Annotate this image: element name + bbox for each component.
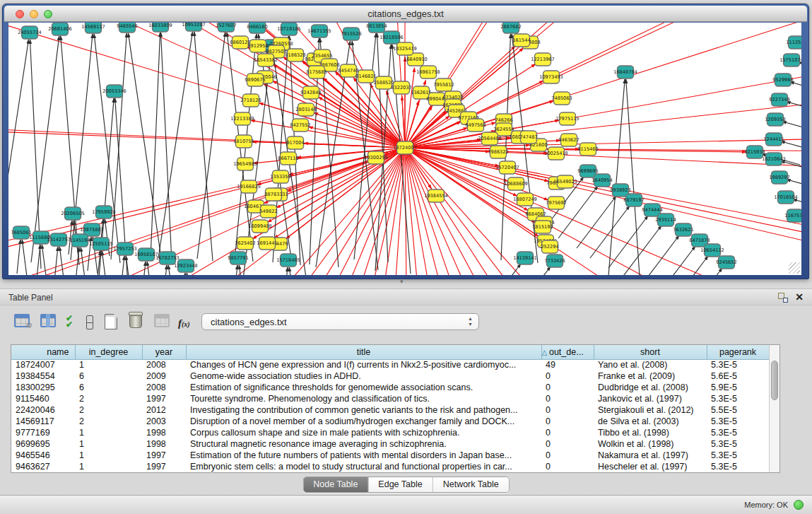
graph-node[interactable]: 1112544 bbox=[786, 36, 801, 49]
graph-node[interactable]: 1691441 bbox=[257, 237, 277, 250]
graph-node[interactable]: 10025418 bbox=[544, 147, 568, 160]
graph-node[interactable]: 1209358 bbox=[765, 113, 785, 126]
window-titlebar[interactable]: citations_edges.txt bbox=[4, 6, 807, 22]
graph-node[interactable]: 12505115 bbox=[89, 238, 113, 250]
graph-node[interactable]: 10973493 bbox=[539, 71, 563, 83]
scrollbar-thumb[interactable] bbox=[771, 361, 778, 400]
table-cell[interactable]: de Silva et al. (2003) bbox=[594, 416, 707, 427]
table-cell[interactable]: 9699695 bbox=[11, 438, 75, 450]
graph-node[interactable]: 12213389 bbox=[230, 112, 254, 125]
graph-node[interactable]: 14569117 bbox=[81, 23, 105, 33]
table-cell[interactable]: Investigating the contribution of common… bbox=[186, 404, 541, 416]
table-cell[interactable]: 5.5E-5 bbox=[707, 404, 769, 416]
table-cell[interactable]: Embryonic stem cells: a model to study s… bbox=[186, 461, 541, 472]
graph-node[interactable]: 2803144 bbox=[295, 103, 316, 116]
table-row[interactable]: 2242004622012Investigating the contribut… bbox=[11, 404, 769, 416]
graph-node[interactable]: 19384554 bbox=[424, 189, 448, 202]
table-cell[interactable]: 0 bbox=[541, 404, 594, 416]
table-cell[interactable]: 1997 bbox=[142, 450, 186, 461]
table-cell[interactable]: 49 bbox=[541, 359, 594, 370]
graph-node[interactable]: 8186328 bbox=[285, 49, 305, 62]
graph-node[interactable]: 10953287 bbox=[182, 23, 206, 31]
table-cell[interactable]: Nakamura et al. (1997) bbox=[594, 450, 707, 461]
table-cell[interactable]: 5.3E-5 bbox=[707, 427, 769, 438]
graph-node[interactable]: 13142757 bbox=[47, 233, 71, 246]
table-cell[interactable]: 5.3E-5 bbox=[707, 416, 769, 427]
graph-node[interactable]: 7915526 bbox=[341, 28, 361, 40]
table-cell[interactable]: 0 bbox=[541, 438, 594, 450]
graph-node[interactable]: 9465546 bbox=[117, 23, 137, 33]
table-row[interactable]: 1938455462009Genome-wide association stu… bbox=[11, 370, 769, 382]
table-row[interactable]: 946554611997Estimation of the future num… bbox=[11, 450, 769, 461]
table-cell[interactable]: Jankovic et al. (1997) bbox=[594, 393, 707, 404]
table-cell[interactable]: 1997 bbox=[142, 461, 186, 472]
table-cell[interactable]: Tourette syndrome. Phenomenology and cla… bbox=[186, 393, 541, 404]
table-cell[interactable]: 2008 bbox=[142, 382, 186, 393]
table-cell[interactable]: 1 bbox=[75, 450, 142, 461]
table-cell[interactable]: 2008 bbox=[142, 359, 186, 370]
table-cell[interactable]: 1 bbox=[75, 438, 142, 450]
table-cell[interactable]: 1 bbox=[75, 427, 142, 438]
graph-node[interactable]: 16099488 bbox=[248, 220, 272, 233]
graph-node[interactable]: 19654985 bbox=[233, 158, 257, 170]
graph-node[interactable]: 24055724 bbox=[18, 26, 42, 39]
table-cell[interactable]: 14569117 bbox=[11, 416, 75, 427]
graph-node[interactable]: 14671355 bbox=[307, 25, 331, 37]
table-cell[interactable]: 0 bbox=[541, 450, 594, 461]
panel-splitter[interactable]: ▾ bbox=[0, 279, 812, 288]
float-panel-icon[interactable] bbox=[778, 293, 788, 303]
graph-node[interactable]: 1989297 bbox=[769, 171, 789, 184]
graph-node[interactable]: 1145194 bbox=[69, 234, 90, 247]
table-cell[interactable]: Changes of HCN gene expression and I(f) … bbox=[186, 359, 541, 370]
graph-node[interactable]: 1167533 bbox=[784, 209, 801, 222]
table-cell[interactable]: 0 bbox=[541, 370, 594, 382]
graph-node[interactable]: 8175685 bbox=[306, 66, 326, 78]
graph-node[interactable]: 20564486 bbox=[478, 132, 502, 145]
column-header-short[interactable]: short bbox=[594, 345, 707, 359]
table-cell[interactable]: 18300295 bbox=[11, 382, 75, 393]
graph-node[interactable]: 16033809 bbox=[148, 23, 172, 32]
table-cell[interactable]: Wolkin et al. (1998) bbox=[594, 438, 707, 450]
table-cell[interactable]: 5.6E-5 bbox=[707, 370, 769, 382]
table-cell[interactable]: 1 bbox=[75, 359, 142, 370]
graph-node[interactable]: 7986322 bbox=[488, 146, 508, 158]
graph-node[interactable]: 20691406 bbox=[48, 23, 72, 35]
graph-node[interactable]: 16549023 bbox=[553, 175, 577, 188]
table-row[interactable]: 1456911722003Disruption of a novel membe… bbox=[11, 416, 769, 427]
graph-node[interactable]: 252294 bbox=[541, 240, 558, 253]
network-select[interactable]: citations_edges.txt ▲▼ bbox=[201, 313, 479, 330]
table-cell[interactable]: 19384554 bbox=[11, 370, 75, 382]
graph-node[interactable]: 9115460 bbox=[577, 143, 598, 156]
graph-node[interactable]: 20206505 bbox=[61, 207, 85, 220]
splitter-handle-icon[interactable]: ▾ bbox=[400, 278, 404, 285]
graph-node[interactable]: 14139141 bbox=[513, 252, 537, 264]
graph-node[interactable]: 16848784 bbox=[613, 66, 637, 78]
column-header-in_degree[interactable]: in_degree bbox=[75, 345, 142, 359]
table-cell[interactable]: 0 bbox=[541, 382, 594, 393]
graph-node[interactable]: 8466160 bbox=[247, 23, 267, 33]
table-cell[interactable]: 18724007 bbox=[11, 359, 75, 370]
delete-column-button[interactable] bbox=[129, 314, 149, 335]
graph-node[interactable]: 747487 bbox=[519, 131, 537, 144]
graph-node[interactable]: 18300295 bbox=[364, 151, 388, 164]
table-cell[interactable]: 1997 bbox=[142, 393, 186, 404]
function-builder-button[interactable]: f(x) bbox=[178, 317, 198, 338]
graph-node[interactable]: 10688609 bbox=[504, 177, 528, 190]
network-window[interactable]: citations_edges.txt 24055724206914061456… bbox=[2, 4, 809, 279]
graph-node[interactable]: 6879197 bbox=[623, 194, 644, 206]
graph-node[interactable]: 2718126 bbox=[240, 94, 261, 107]
graph-node[interactable]: 8322037 bbox=[391, 81, 411, 94]
table-cell[interactable]: 1998 bbox=[142, 427, 186, 438]
table-cell[interactable]: 2003 bbox=[142, 416, 186, 427]
graph-node[interactable]: 16543382 bbox=[254, 54, 278, 66]
graph-node[interactable]: 1353359 bbox=[270, 170, 290, 183]
graph-node[interactable]: 2935114 bbox=[655, 214, 676, 226]
column-header-pagerank[interactable]: pagerank bbox=[707, 345, 769, 359]
graph-node[interactable]: 9529966 bbox=[772, 74, 793, 86]
table-cell[interactable]: 5.3E-5 bbox=[707, 461, 769, 472]
graph-node[interactable]: 18807249 bbox=[513, 193, 537, 206]
graph-node[interactable]: 1810755 bbox=[233, 135, 254, 148]
table-row[interactable]: 946362711997Embryonic stem cells: a mode… bbox=[11, 461, 769, 472]
select-columns-button[interactable] bbox=[40, 314, 60, 335]
graph-node[interactable]: 1244411 bbox=[763, 133, 784, 146]
